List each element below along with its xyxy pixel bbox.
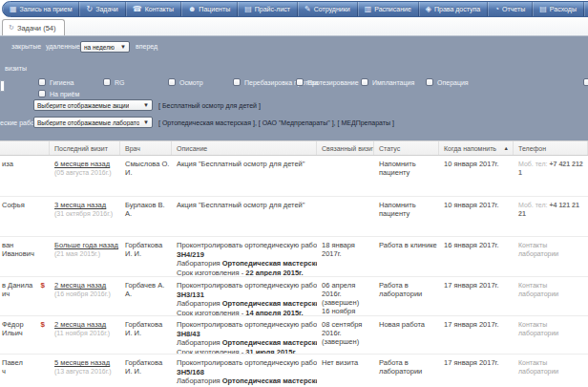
filter-checkbox-partial[interactable] [583, 78, 588, 86]
lab-contacts-link[interactable]: Контакты лаборатории [518, 242, 558, 257]
filter-deleted-label[interactable]: удаленные [46, 43, 80, 50]
filter-checkbox-visit-type[interactable]: RG [103, 78, 125, 86]
last-visit-link[interactable]: Больше года назад [54, 241, 118, 249]
phone-cell: Контакты лаборатории [514, 355, 588, 387]
labs-selected-list: [ Ортопедическая мастерская ], [ ОАО "Ме… [158, 119, 394, 126]
toolbar-button-label: Пациенты [199, 6, 230, 12]
toolbar-button-schedule[interactable]: ▥Расписание [358, 2, 419, 16]
table-row[interactable]: Павелч5 месяцев назад(13 августа 2016г.)… [0, 355, 588, 387]
toolbar-button-label: Запись на прием [20, 6, 73, 12]
lab-contacts-link[interactable]: Контакты лаборатории [518, 321, 558, 336]
status-cell: Работа влаборатории [374, 355, 439, 387]
description-text: Лаборатория [177, 259, 222, 268]
remind-date-cell: 17 января 2017г. [439, 316, 514, 354]
labs-select[interactable]: Выберите отображаемые лаборатории ▼ [33, 117, 153, 128]
checkbox-icon[interactable] [361, 78, 368, 86]
toolbar-button-settings[interactable]: ⚒Настройки [584, 2, 588, 16]
description-line: Проконтролировать ортопедическую работу [177, 320, 315, 330]
filter-checkbox-visit-type[interactable]: Операция [426, 78, 469, 86]
last-visit-link[interactable]: 3 месяца назад [54, 201, 118, 209]
description-text: ЗН3/131 [177, 290, 204, 299]
checkbox-icon[interactable] [583, 78, 588, 86]
lab-contacts-link[interactable]: Контакты лаборатории [518, 282, 558, 297]
clipped-control [0, 80, 5, 92]
checkbox-icon[interactable] [38, 90, 46, 97]
column-header[interactable]: Связанный визит [317, 141, 374, 155]
toolbar-button-tasks[interactable]: ↻Задачи [79, 2, 125, 16]
filter-checkbox-visit-type[interactable]: Гигиена [38, 78, 74, 86]
toolbar-button-pricelist[interactable]: ▤Прайс-лист [238, 2, 298, 16]
toolbar-button-staff[interactable]: ✎Сотрудники [298, 2, 358, 16]
table-row[interactable]: ван ИвановичБольше года назад(21 мая 201… [0, 237, 588, 277]
column-header[interactable] [0, 141, 50, 155]
phone-label: Моб. тел: [518, 202, 548, 208]
toolbar-button-patients[interactable]: ☻Пациенты [181, 2, 238, 16]
patient-name-cell: в Данилаич$ [0, 277, 50, 315]
checkbox-icon[interactable] [38, 78, 46, 86]
filter-checkbox-visit-type[interactable]: Имплантация [361, 78, 414, 86]
checkbox-icon[interactable] [296, 78, 304, 86]
column-header[interactable]: Описание [172, 141, 317, 155]
description-cell: Проконтролировать ортопедическую работуЗ… [172, 237, 317, 276]
last-visit-date: (05 августа 2016г.) [54, 168, 118, 177]
last-visit-link[interactable]: 2 месяца назад [54, 320, 118, 329]
visit-type-label: Операция [437, 79, 469, 86]
table-row[interactable]: в Данилаич$2 месяца назад(16 ноября 2016… [0, 277, 588, 316]
patient-name-cell: ван Иванович [0, 237, 50, 276]
table-row[interactable]: Софья3 месяца назад(31 октября 2016г.)Бу… [0, 197, 588, 237]
toolbar-button-expenses[interactable]: ▤Расходы [533, 2, 584, 16]
pricelist-icon: ▤ [244, 1, 252, 17]
doctor-cell: Горбаткова И. И. [120, 355, 172, 387]
description-line: Лаборатория Ортопедическая мастерская [177, 338, 315, 348]
column-header[interactable]: Статус [374, 141, 439, 155]
debt-icon: $ [41, 320, 48, 354]
checkbox-icon[interactable] [168, 78, 176, 86]
description-line: Лаборатория Ортопедическая мастерская [177, 259, 315, 269]
reports-icon: ◔ [494, 1, 499, 17]
promo-selected-list: [ Бесплатный осмотр для детей ] [158, 102, 261, 109]
last-visit-link[interactable]: 2 месяца назад [54, 281, 118, 290]
patient-name-cell: Фёдор Ильич$ [0, 316, 50, 354]
remind-date-cell: 10 января 2017г. [439, 156, 514, 196]
filter-checkbox-visit-type[interactable]: Протезирование [296, 78, 359, 86]
linked-visit-line: 18 января 2017г. [322, 241, 372, 258]
description-line: Лаборатория Ортопедическая мастерская [177, 299, 315, 309]
labs-select-value: Выберите отображаемые лаборатории [37, 119, 139, 126]
filter-checkbox-on-visit[interactable]: На приём [38, 90, 79, 97]
description-text: Срок изготовления - [177, 348, 245, 355]
linked-visit-cell: 18 января 2017г. [317, 237, 374, 276]
checkbox-icon[interactable] [426, 78, 433, 86]
toolbar-button-contacts[interactable]: ☎Контакты [126, 2, 181, 16]
column-header[interactable]: Когда напомнить▲ [439, 141, 514, 155]
patient-name-cell: иза [0, 156, 50, 196]
filter-closed-label[interactable]: закрытые [11, 43, 41, 50]
last-visit-link[interactable]: 5 месяцев назад [54, 358, 118, 367]
column-header[interactable]: Телефон [514, 141, 588, 155]
description-line: Акция "Бесплатный осмотр для детей" [177, 201, 315, 210]
column-header[interactable]: Врач [120, 141, 172, 155]
toolbar-button-access[interactable]: ◈Права доступа [419, 2, 488, 16]
period-select[interactable]: на неделю ▼ [80, 41, 130, 53]
visit-type-label: RG [115, 79, 125, 86]
doctor-cell: Смыслова О. И. [120, 156, 172, 196]
toolbar-button-reports[interactable]: ◔Отчеты [488, 2, 533, 16]
lab-contacts-link[interactable]: Контакты лаборатории [518, 359, 558, 375]
description-cell: Проконтролировать ортопедическую работуЗ… [172, 316, 317, 354]
checkbox-icon[interactable] [233, 78, 241, 86]
description-cell: Проконтролировать ортопедическую работуЗ… [172, 355, 317, 387]
visit-type-label: Имплантация [372, 79, 414, 86]
checkbox-icon[interactable] [103, 78, 111, 86]
table-row[interactable]: иза6 месяцев назад(05 августа 2016г.)Смы… [0, 156, 588, 197]
status-line: Напомнить [379, 201, 437, 209]
sort-asc-icon[interactable]: ▲ [504, 141, 509, 155]
column-header[interactable]: Последний визит [50, 141, 120, 155]
filter-checkbox-visit-type[interactable]: Осмотр [168, 78, 203, 86]
table-row[interactable]: Фёдор Ильич$2 месяца назад(11 ноября 201… [0, 316, 588, 355]
status-cell: Работа влаборатории [374, 277, 439, 315]
last-visit-link[interactable]: 6 месяцев назад [54, 160, 118, 168]
promo-select-value: Выберите отображаемые акции [37, 102, 129, 109]
promo-select[interactable]: Выберите отображаемые акции ▼ [33, 99, 153, 111]
toolbar-button-calendar[interactable]: ▦Запись на прием [3, 2, 79, 16]
patient-name: Софья [2, 201, 25, 209]
tab-tasks[interactable]: ↻ Задачи (54) [2, 19, 65, 35]
